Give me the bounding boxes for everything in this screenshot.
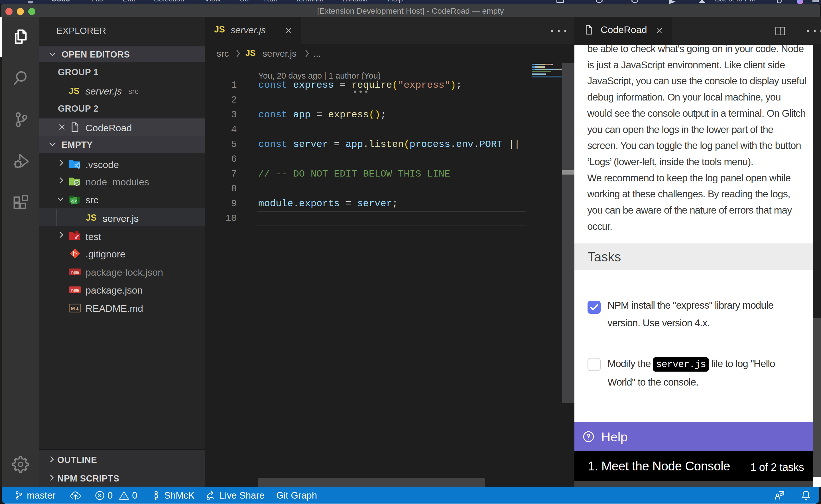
svg-text:JS: JS bbox=[75, 181, 78, 185]
svg-text:M: M bbox=[71, 306, 75, 311]
svg-text:npm: npm bbox=[71, 288, 79, 293]
svg-text:npm: npm bbox=[71, 270, 79, 275]
